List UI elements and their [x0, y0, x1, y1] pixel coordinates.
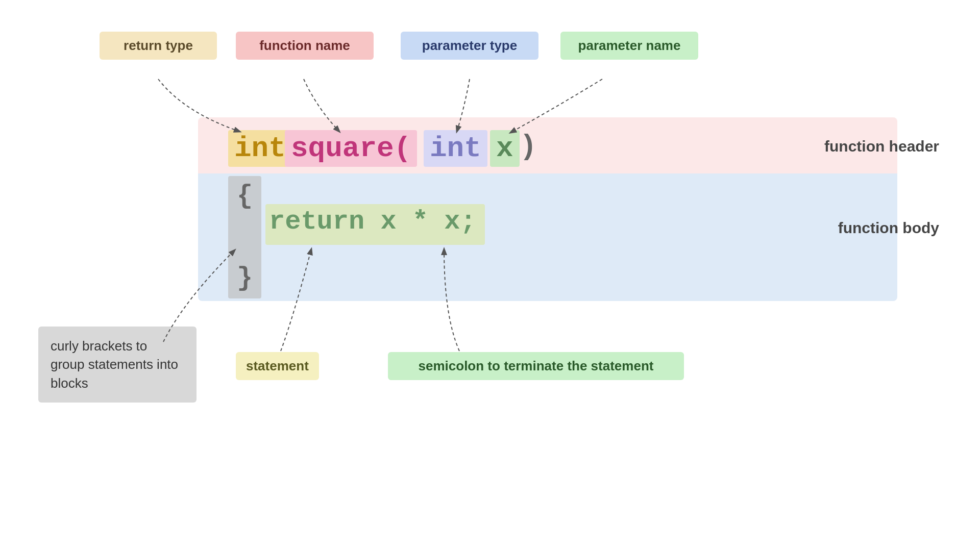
statement-label: statement [236, 352, 319, 380]
code-paren-close: ) [520, 130, 537, 163]
code-int-return-type: int [228, 130, 292, 167]
curly-brackets-label: curly brackets to group statements into … [38, 327, 197, 403]
code-x-param-name: x [490, 130, 520, 167]
semicolon-label: semicolon to terminate the statement [388, 352, 684, 380]
function-header-label: function header [824, 138, 939, 155]
code-return-statement: return x * x; [269, 207, 476, 237]
function-body-label: function body [838, 219, 939, 237]
parameter-name-label: parameter name [560, 32, 698, 60]
parameter-type-label: parameter type [401, 32, 538, 60]
open-brace: { [237, 181, 253, 211]
code-function-name: square( [285, 130, 417, 167]
return-type-label: return type [100, 32, 217, 60]
function-name-label: function name [236, 32, 374, 60]
code-int-param-type: int [424, 130, 487, 167]
curly-brace-column: { } [228, 176, 261, 298]
close-brace: } [237, 263, 253, 293]
